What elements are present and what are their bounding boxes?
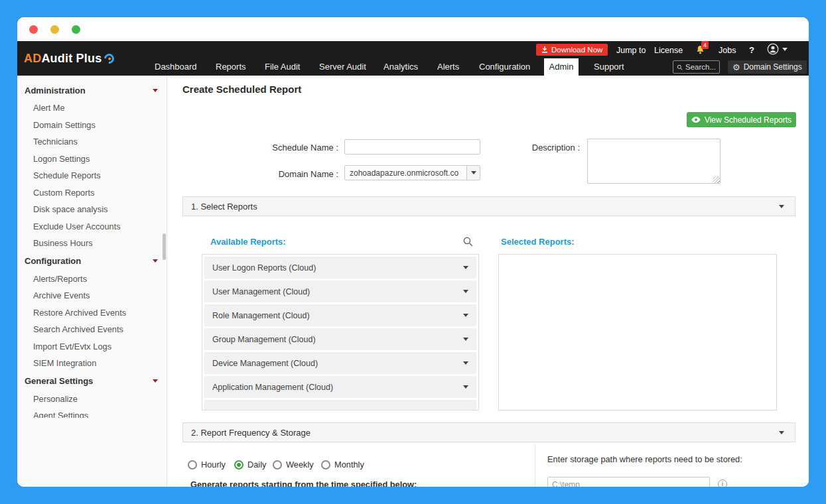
help-icon[interactable]: ?	[749, 45, 754, 55]
nav-tab-analytics[interactable]: Analytics	[383, 58, 418, 76]
report-search-icon[interactable]	[462, 236, 473, 247]
chevron-down-icon	[153, 379, 158, 383]
section-title: Administration	[25, 86, 86, 95]
nav-tab-dashboard[interactable]: Dashboard	[155, 58, 197, 76]
sidebar-item-alert-me[interactable]: Alert Me	[17, 99, 167, 117]
section-select-reports[interactable]: 1. Select Reports	[182, 196, 795, 216]
nav-tab-reports[interactable]: Reports	[216, 58, 246, 76]
chevron-down-icon	[463, 290, 468, 293]
chevron-down-icon	[471, 171, 476, 174]
sidebar-item-business-hours[interactable]: Business Hours	[17, 235, 167, 252]
sidebar-item-technicians[interactable]: Technicians	[17, 133, 167, 151]
user-account-menu[interactable]	[767, 43, 788, 55]
sidebar-item-schedule-reports[interactable]: Schedule Reports	[17, 167, 167, 184]
sidebar-scroll-area: Administration Alert Me Domain Settings …	[17, 76, 167, 418]
report-group-group-management[interactable]: Group Management (Cloud)	[204, 328, 476, 350]
domain-settings-button[interactable]: ⚙ Domain Settings	[728, 60, 807, 74]
storage-path-input[interactable]	[547, 477, 710, 487]
download-now-label: Download Now	[551, 46, 602, 54]
nav-tab-support[interactable]: Support	[594, 58, 624, 76]
domain-name-select[interactable]: zohoadapazure.onmicrosoft.co	[344, 165, 480, 180]
section-title: 1. Select Reports	[191, 202, 257, 212]
sidebar-item-personalize[interactable]: Personalize	[17, 391, 167, 408]
radio-icon	[273, 460, 282, 470]
sidebar-item-agent-settings[interactable]: Agent Settings	[17, 407, 167, 418]
nav-tab-alerts[interactable]: Alerts	[437, 58, 459, 76]
sidebar-item-exclude-user-accounts[interactable]: Exclude User Accounts	[17, 218, 167, 235]
report-group-user-logon[interactable]: User Logon Reports (Cloud)	[204, 257, 476, 279]
notifications-bell-icon[interactable]: 4	[695, 44, 705, 57]
eye-icon	[691, 117, 701, 123]
selected-reports-label: Selected Reports:	[501, 237, 575, 247]
chevron-down-icon	[463, 385, 468, 389]
sidebar-item-domain-settings[interactable]: Domain Settings	[17, 117, 167, 134]
report-group-device-management[interactable]: Device Management (Cloud)	[204, 352, 476, 374]
notification-count-badge: 4	[701, 41, 709, 49]
description-textarea[interactable]	[587, 139, 721, 184]
sidebar-section-configuration[interactable]: Configuration	[17, 252, 167, 271]
view-scheduled-reports-button[interactable]: View Scheduled Reports	[687, 112, 796, 127]
available-reports-label: Available Reports:	[210, 237, 286, 247]
logo-prefix: AD	[24, 52, 41, 66]
frequency-option[interactable]: Hourly	[188, 460, 226, 470]
chevron-down-icon	[463, 338, 468, 341]
sidebar-item-logon-settings[interactable]: Logon Settings	[17, 151, 167, 168]
schedule-name-input[interactable]	[344, 139, 480, 155]
jump-to-link[interactable]: Jump to	[616, 46, 646, 55]
report-group-label: User Management (Cloud)	[212, 287, 310, 296]
radio-icon	[234, 460, 243, 470]
nav-tab-server-audit[interactable]: Server Audit	[319, 58, 366, 76]
nav-tab-file-audit[interactable]: File Audit	[265, 58, 300, 76]
chevron-down-icon	[463, 361, 468, 365]
chevron-down-icon	[779, 205, 784, 208]
sidebar-item-alerts-reports[interactable]: Alerts/Reports	[17, 271, 167, 288]
chevron-down-icon	[463, 266, 468, 269]
frequency-label: Weekly	[286, 460, 314, 470]
section-report-frequency[interactable]: 2. Report Frequency & Storage	[182, 422, 795, 442]
download-now-button[interactable]: Download Now	[536, 44, 608, 56]
report-group-user-management[interactable]: User Management (Cloud)	[204, 281, 476, 302]
chevron-down-icon	[153, 89, 158, 92]
sidebar-item-restore-archived-events[interactable]: Restore Archived Events	[17, 304, 167, 322]
nav-tab-configuration[interactable]: Configuration	[479, 58, 530, 76]
select-caret-button[interactable]	[466, 166, 480, 180]
frequency-option[interactable]: Monthly	[321, 460, 364, 470]
minimize-window-button[interactable]	[50, 25, 59, 34]
frequency-option[interactable]: Daily	[234, 460, 266, 470]
sidebar-scrollbar[interactable]	[163, 233, 166, 260]
report-group-label: Role Management (Cloud)	[212, 311, 310, 320]
sidebar-section-administration[interactable]: Administration	[17, 81, 167, 99]
close-window-button[interactable]	[29, 25, 38, 34]
jobs-link[interactable]: Jobs	[719, 46, 736, 55]
radio-icon	[188, 460, 197, 470]
report-group-label: User Logon Reports (Cloud)	[212, 263, 316, 273]
search-icon	[677, 64, 683, 71]
report-group-application-management[interactable]: Application Management (Cloud)	[204, 376, 476, 398]
nav-tab-admin[interactable]: Admin	[544, 58, 579, 76]
sidebar-item-custom-reports[interactable]: Custom Reports	[17, 184, 167, 202]
textarea-resize-handle[interactable]	[713, 176, 720, 183]
sidebar-item-archive-events[interactable]: Archive Events	[17, 287, 167, 304]
report-group-role-management[interactable]: Role Management (Cloud)	[204, 304, 476, 326]
page-title: Create Scheduled Report	[182, 84, 301, 95]
app-logo: ADAudit Plus	[24, 41, 114, 76]
frequency-option[interactable]: Weekly	[273, 460, 314, 470]
sidebar-item-search-archived-events[interactable]: Search Archived Events	[17, 321, 167, 338]
sidebar-item-disk-space-analysis[interactable]: Disk space analysis	[17, 201, 167, 218]
section-title: Configuration	[25, 256, 81, 266]
view-scheduled-reports-label: View Scheduled Reports	[705, 115, 792, 125]
sidebar-item-siem-integration[interactable]: SIEM Integration	[17, 355, 167, 372]
header-search-input[interactable]: Search...	[673, 60, 720, 74]
report-group-row-partial[interactable]	[204, 400, 476, 410]
selected-reports-list	[498, 254, 777, 410]
domain-name-label: Domain Name :	[247, 169, 338, 179]
maximize-window-button[interactable]	[72, 25, 80, 34]
storage-path-label: Enter storage path where reports need to…	[547, 454, 742, 464]
sidebar-section-general-settings[interactable]: General Settings	[17, 372, 167, 391]
info-icon[interactable]: i	[718, 479, 727, 487]
sidebar-item-import-evt-logs[interactable]: Import Evt/Evtx Logs	[17, 338, 167, 355]
user-avatar-icon	[767, 43, 779, 55]
report-group-label: Group Management (Cloud)	[212, 335, 316, 344]
license-link[interactable]: License	[654, 46, 683, 55]
chevron-down-icon	[782, 48, 788, 51]
